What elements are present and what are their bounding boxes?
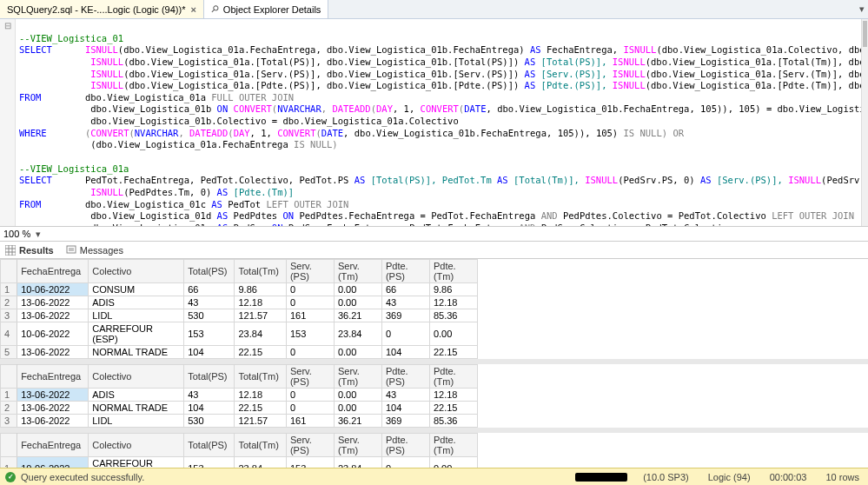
cell-servtm[interactable]: 0.00 <box>334 283 381 296</box>
cell-fechaentrega[interactable]: 13-06-2022 <box>17 296 89 309</box>
col-pdtetm[interactable]: Pdte.(Tm) <box>429 365 477 389</box>
cell-pdteps[interactable]: 369 <box>381 415 429 428</box>
col-servps[interactable]: Serv.(PS) <box>286 260 334 283</box>
col-totalps[interactable]: Total(PS) <box>184 365 235 389</box>
code-area[interactable]: --VIEW_Logistica_01 SELECT ISNULL(dbo.Vi… <box>16 19 868 226</box>
cell-servps[interactable]: 153 <box>286 322 334 346</box>
cell-pdteps[interactable]: 104 <box>381 346 429 359</box>
col-colectivo[interactable]: Colectivo <box>89 260 184 283</box>
cell-fechaentrega[interactable]: 13-06-2022 <box>17 415 89 428</box>
cell-pdteps[interactable]: 66 <box>381 283 429 296</box>
col-colectivo[interactable]: Colectivo <box>89 365 184 389</box>
col-totaltm[interactable]: Total(Tm) <box>235 434 286 457</box>
cell-pdtetm[interactable]: 22.15 <box>429 346 477 359</box>
col-servps[interactable]: Serv.(PS) <box>286 434 334 457</box>
fold-icon[interactable]: ⊟ <box>0 21 15 30</box>
cell-totalps[interactable]: 104 <box>184 346 235 359</box>
cell-totalps[interactable]: 104 <box>184 402 235 415</box>
cell-fechaentrega[interactable]: 13-06-2022 <box>17 389 89 402</box>
cell-colectivo[interactable]: LIDL <box>89 415 184 428</box>
cell-totaltm[interactable]: 121.57 <box>235 309 286 322</box>
cell-fechaentrega[interactable]: 10-06-2022 <box>17 283 89 296</box>
col-servtm[interactable]: Serv.(Tm) <box>334 260 381 283</box>
cell-fechaentrega[interactable]: 10-06-2022 <box>17 322 89 346</box>
table-row[interactable]: 4 10-06-2022 CARREFOUR (ESP) 153 23.84 1… <box>1 322 478 346</box>
tab-sqlquery2[interactable]: SQLQuery2.sql - KE-....Logic (Logic (94)… <box>0 0 204 18</box>
cell-pdtetm[interactable]: 85.36 <box>429 415 477 428</box>
table-row[interactable]: 3 13-06-2022 LIDL 530 121.57 161 36.21 3… <box>1 415 478 428</box>
cell-servtm[interactable]: 0.00 <box>334 296 381 309</box>
row-number[interactable]: 1 <box>1 389 17 402</box>
col-fechaentrega[interactable]: FechaEntrega <box>17 260 89 283</box>
zoom-value[interactable]: 100 % <box>3 229 30 239</box>
cell-pdteps[interactable]: 43 <box>381 296 429 309</box>
col-servtm[interactable]: Serv.(Tm) <box>334 434 381 457</box>
col-pdtetm[interactable]: Pdte.(Tm) <box>429 434 477 457</box>
tab-messages[interactable]: Messages <box>66 245 123 256</box>
cell-totalps[interactable]: 153 <box>184 322 235 346</box>
cell-colectivo[interactable]: NORMAL TRADE <box>89 346 184 359</box>
close-icon[interactable]: × <box>190 4 195 15</box>
cell-pdtetm[interactable]: 22.15 <box>429 402 477 415</box>
table-row[interactable]: 3 13-06-2022 LIDL 530 121.57 161 36.21 3… <box>1 309 478 322</box>
cell-servps[interactable]: 0 <box>286 283 334 296</box>
col-totalps[interactable]: Total(PS) <box>184 434 235 457</box>
cell-totalps[interactable]: 530 <box>184 309 235 322</box>
tab-object-explorer-details[interactable]: ⚲ Object Explorer Details <box>204 0 329 18</box>
col-colectivo[interactable]: Colectivo <box>89 434 184 457</box>
cell-colectivo[interactable]: ADIS <box>89 389 184 402</box>
cell-servtm[interactable]: 23.84 <box>334 322 381 346</box>
result-table[interactable]: FechaEntrega Colectivo Total(PS) Total(T… <box>0 259 478 359</box>
cell-servps[interactable]: 0 <box>286 402 334 415</box>
cell-totaltm[interactable]: 22.15 <box>235 346 286 359</box>
cell-fechaentrega[interactable]: 13-06-2022 <box>17 402 89 415</box>
cell-pdteps[interactable]: 43 <box>381 389 429 402</box>
cell-fechaentrega[interactable]: 13-06-2022 <box>17 346 89 359</box>
cell-servps[interactable]: 0 <box>286 346 334 359</box>
col-servtm[interactable]: Serv.(Tm) <box>334 365 381 389</box>
cell-servps[interactable]: 161 <box>286 309 334 322</box>
cell-pdtetm[interactable]: 12.18 <box>429 296 477 309</box>
row-number[interactable]: 2 <box>1 402 17 415</box>
row-number[interactable]: 3 <box>1 309 17 322</box>
cell-colectivo[interactable]: CARREFOUR (ESP) <box>89 322 184 346</box>
cell-pdtetm[interactable]: 9.86 <box>429 283 477 296</box>
table-row[interactable]: 1 13-06-2022 ADIS 43 12.18 0 0.00 43 12.… <box>1 389 478 402</box>
table-row[interactable]: 2 13-06-2022 NORMAL TRADE 104 22.15 0 0.… <box>1 402 478 415</box>
cell-pdteps[interactable]: 369 <box>381 309 429 322</box>
cell-servtm[interactable]: 0.00 <box>334 389 381 402</box>
cell-totaltm[interactable]: 12.18 <box>235 389 286 402</box>
cell-colectivo[interactable]: LIDL <box>89 309 184 322</box>
result-table[interactable]: FechaEntrega Colectivo Total(PS) Total(T… <box>0 364 478 428</box>
cell-totaltm[interactable]: 121.57 <box>235 415 286 428</box>
col-pdteps[interactable]: Pdte.(PS) <box>381 434 429 457</box>
cell-fechaentrega[interactable]: 13-06-2022 <box>17 309 89 322</box>
cell-totalps[interactable]: 43 <box>184 296 235 309</box>
cell-pdtetm[interactable]: 0.00 <box>429 322 477 346</box>
cell-servtm[interactable]: 0.00 <box>334 402 381 415</box>
col-pdteps[interactable]: Pdte.(PS) <box>381 365 429 389</box>
tab-results[interactable]: Results <box>5 245 54 256</box>
table-row[interactable]: 1 10-06-2022 CONSUM 66 9.86 0 0.00 66 9.… <box>1 283 478 296</box>
row-number[interactable]: 5 <box>1 346 17 359</box>
zoom-dropdown-icon[interactable]: ▾ <box>36 229 41 240</box>
cell-pdteps[interactable]: 104 <box>381 402 429 415</box>
col-pdteps[interactable]: Pdte.(PS) <box>381 260 429 283</box>
cell-pdtetm[interactable]: 12.18 <box>429 389 477 402</box>
cell-totalps[interactable]: 66 <box>184 283 235 296</box>
editor-scrollbar[interactable] <box>861 19 868 226</box>
cell-servps[interactable]: 161 <box>286 415 334 428</box>
row-number[interactable]: 2 <box>1 296 17 309</box>
col-pdtetm[interactable]: Pdte.(Tm) <box>429 260 477 283</box>
cell-totaltm[interactable]: 9.86 <box>235 283 286 296</box>
cell-servtm[interactable]: 36.21 <box>334 415 381 428</box>
cell-pdteps[interactable]: 0 <box>381 322 429 346</box>
col-fechaentrega[interactable]: FechaEntrega <box>17 434 89 457</box>
cell-pdtetm[interactable]: 85.36 <box>429 309 477 322</box>
row-number[interactable]: 4 <box>1 322 17 346</box>
cell-colectivo[interactable]: NORMAL TRADE <box>89 402 184 415</box>
cell-servps[interactable]: 0 <box>286 296 334 309</box>
table-row[interactable]: 5 13-06-2022 NORMAL TRADE 104 22.15 0 0.… <box>1 346 478 359</box>
cell-totalps[interactable]: 43 <box>184 389 235 402</box>
cell-colectivo[interactable]: ADIS <box>89 296 184 309</box>
